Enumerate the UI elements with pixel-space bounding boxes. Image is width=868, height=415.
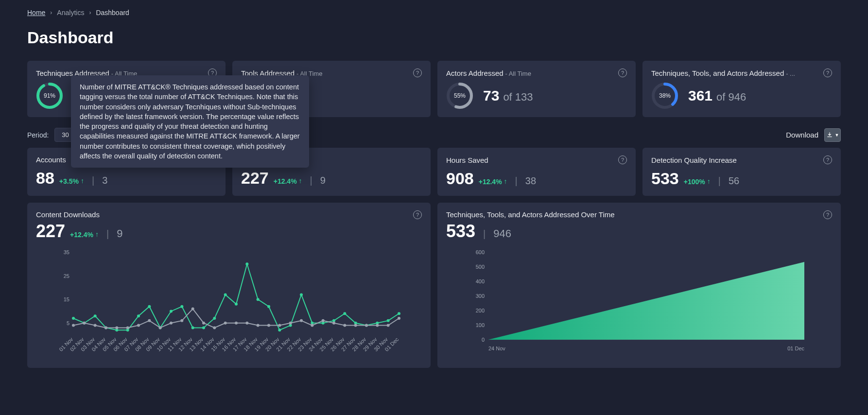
card-detection-quality: Detection Quality Increase ? 533 +100% ↑…	[642, 148, 841, 196]
chart-title: Content Downloads	[36, 210, 100, 219]
stat-secondary: 38	[525, 175, 536, 187]
svg-point-26	[245, 262, 248, 265]
progress-ring: 38%	[651, 82, 678, 109]
card-tta-addressed: Techniques, Tools, and Actors Addressed …	[642, 61, 841, 117]
svg-point-64	[322, 319, 325, 322]
svg-point-24	[224, 293, 227, 296]
svg-point-71	[398, 317, 400, 320]
svg-text:300: 300	[476, 293, 485, 299]
download-button[interactable]: ▼	[824, 128, 841, 142]
svg-text:200: 200	[476, 308, 485, 313]
chart-delta: +12.4% ↑	[70, 231, 99, 239]
svg-point-58	[257, 324, 260, 327]
breadcrumb: Home › Analytics › Dashboard	[27, 9, 841, 17]
chart-value: 227	[36, 221, 65, 242]
svg-point-69	[376, 324, 379, 327]
stat-secondary: 56	[729, 175, 739, 187]
svg-point-56	[235, 322, 238, 325]
tta-area-chart: 010020030040050060024 Nov01 Dec	[446, 247, 832, 354]
stat-value: 88	[36, 169, 54, 188]
help-icon[interactable]: ?	[413, 69, 422, 77]
svg-text:25: 25	[64, 273, 69, 279]
svg-point-44	[104, 326, 107, 329]
card-techniques-addressed: Techniques Addressed - All Time ? 91% Nu…	[27, 61, 226, 117]
progress-ring: 55%	[446, 82, 473, 109]
svg-point-27	[257, 298, 260, 301]
svg-point-54	[213, 326, 216, 329]
svg-point-66	[343, 324, 346, 327]
help-icon[interactable]: ?	[823, 156, 832, 164]
svg-point-53	[202, 322, 205, 325]
breadcrumb-analytics[interactable]: Analytics	[57, 9, 84, 17]
breadcrumb-dashboard: Dashboard	[96, 9, 129, 17]
stat-secondary: 3	[102, 175, 107, 186]
svg-point-50	[170, 322, 173, 325]
svg-point-61	[289, 322, 292, 325]
svg-point-40	[398, 312, 400, 315]
chart-secondary: 946	[493, 227, 511, 240]
help-icon[interactable]: ?	[823, 210, 832, 219]
svg-point-46	[126, 326, 129, 329]
svg-point-62	[300, 319, 303, 322]
card-title: Detection Quality Increase	[651, 156, 737, 164]
svg-point-47	[137, 324, 140, 327]
help-icon[interactable]: ?	[618, 69, 627, 77]
svg-point-19	[170, 310, 173, 312]
svg-point-45	[115, 326, 118, 329]
svg-point-22	[202, 326, 205, 329]
svg-point-42	[83, 322, 86, 325]
chevron-right-icon: ›	[89, 9, 91, 16]
stat-value: 533	[651, 169, 679, 188]
help-icon[interactable]: ?	[618, 156, 627, 164]
ring-percent: 91%	[44, 92, 55, 99]
svg-point-39	[387, 319, 390, 322]
svg-text:100: 100	[476, 322, 485, 328]
card-of: of 133	[503, 91, 533, 104]
stat-delta: +12.4% ↑	[274, 177, 302, 185]
svg-text:400: 400	[476, 278, 485, 284]
svg-point-41	[72, 324, 75, 327]
card-subtitle: - All Time	[505, 70, 531, 77]
svg-point-20	[180, 305, 183, 308]
svg-text:24 Nov: 24 Nov	[488, 346, 505, 351]
ring-percent: 55%	[454, 92, 466, 99]
card-title: Techniques, Tools, and Actors Addressed	[651, 69, 784, 77]
stat-value: 908	[446, 169, 474, 188]
svg-text:15: 15	[64, 296, 69, 302]
svg-text:5: 5	[67, 320, 69, 326]
svg-point-49	[159, 326, 162, 329]
card-subtitle: - ...	[786, 70, 795, 77]
help-icon[interactable]: ?	[413, 210, 422, 219]
period-label: Period:	[27, 131, 49, 139]
svg-text:500: 500	[476, 264, 485, 270]
svg-point-55	[224, 322, 227, 325]
download-link[interactable]: Download	[786, 131, 818, 139]
stat-delta: +3.5% ↑	[59, 177, 84, 185]
svg-point-51	[180, 319, 183, 322]
card-title: Hours Saved	[446, 156, 488, 164]
breadcrumb-home[interactable]: Home	[27, 9, 45, 17]
svg-point-10	[72, 317, 75, 320]
content-downloads-line-chart: 515253501 Nov02 Nov03 Nov04 Nov05 Nov06 …	[36, 247, 422, 354]
card-value: 73	[483, 87, 499, 104]
svg-text:0: 0	[482, 337, 485, 343]
svg-point-65	[332, 322, 335, 325]
svg-point-63	[311, 324, 313, 327]
ring-percent: 38%	[659, 92, 671, 99]
svg-text:600: 600	[476, 249, 485, 255]
svg-point-17	[148, 305, 151, 308]
svg-point-25	[235, 303, 238, 306]
svg-point-16	[137, 314, 140, 317]
stat-delta: +12.4% ↑	[479, 178, 507, 186]
svg-point-68	[365, 324, 368, 327]
svg-point-70	[387, 324, 390, 327]
svg-point-60	[278, 324, 281, 327]
svg-point-43	[94, 324, 97, 327]
help-icon[interactable]: ?	[823, 69, 832, 77]
arrow-up-icon: ↑	[707, 177, 711, 185]
arrow-up-icon: ↑	[504, 177, 507, 185]
arrow-up-icon: ↑	[95, 230, 99, 238]
stat-delta: +100% ↑	[684, 178, 711, 186]
svg-point-52	[191, 308, 194, 311]
svg-point-59	[267, 324, 270, 327]
